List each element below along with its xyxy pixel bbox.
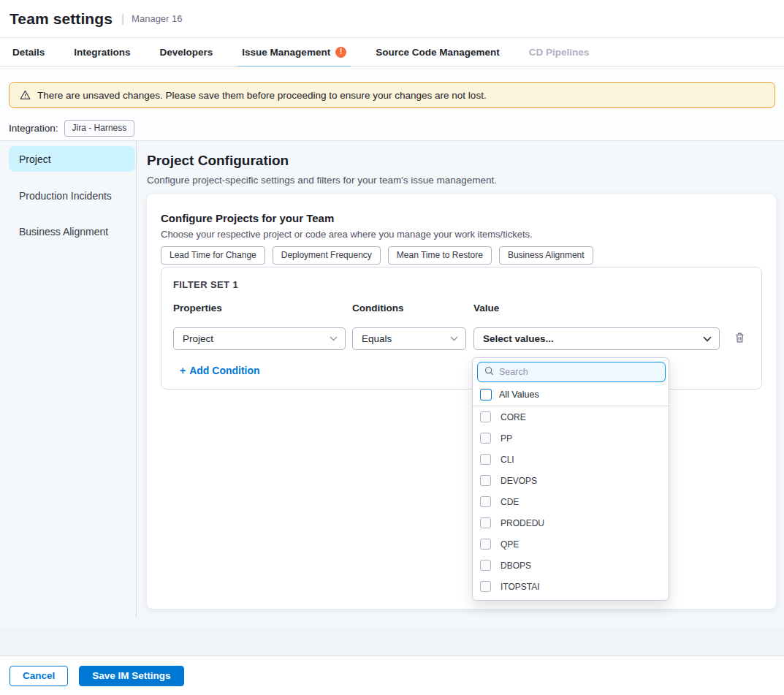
tab-developers[interactable]: Developers <box>160 38 213 67</box>
dropdown-option[interactable]: PRODEDU <box>473 512 669 533</box>
section-subtitle: Configure project-specific settings and … <box>147 175 497 186</box>
tab-issue-management[interactable]: Issue Management ! <box>242 38 346 67</box>
column-label-conditions: Conditions <box>352 303 404 314</box>
dropdown-option[interactable]: QPE <box>473 533 669 555</box>
condition-select[interactable]: Equals <box>352 327 466 350</box>
dropdown-option[interactable]: DBOPS <box>473 555 669 576</box>
settings-tab-bar: Details Integrations Developers Issue Ma… <box>0 38 784 67</box>
metric-chip[interactable]: Lead Time for Change <box>161 246 265 265</box>
property-select[interactable]: Project <box>173 327 346 350</box>
dropdown-option[interactable]: DEVOPS <box>473 470 669 491</box>
checkbox-all-values[interactable] <box>480 389 492 400</box>
option-label: QPE <box>501 539 519 550</box>
page-title: Team settings <box>9 10 113 28</box>
value-dropdown-panel: All Values CORE PP CLI <box>472 357 669 601</box>
alert-badge-icon: ! <box>335 47 346 58</box>
title-separator: | <box>121 12 124 26</box>
option-label: CDE <box>501 497 519 507</box>
metric-chip-list: Lead Time for Change Deployment Frequenc… <box>161 246 593 265</box>
option-checkbox[interactable] <box>480 496 491 507</box>
option-label: DEVOPS <box>501 476 537 486</box>
metric-chip[interactable]: Business Alignment <box>499 246 593 265</box>
dropdown-search-box[interactable] <box>477 362 666 382</box>
sidebar-item-business-alignment[interactable]: Business Alignment <box>9 219 135 244</box>
option-checkbox[interactable] <box>480 539 491 550</box>
metric-chip[interactable]: Mean Time to Restore <box>388 246 492 265</box>
dropdown-option-list: CORE PP CLI DEVOPS <box>473 406 669 601</box>
option-checkbox[interactable] <box>480 454 491 465</box>
footer-action-bar: Cancel Save IM Settings <box>0 656 784 695</box>
dropdown-option[interactable]: PIPE <box>473 597 669 601</box>
card-title: Configure Projects for your Team <box>161 212 334 224</box>
dropdown-search-input[interactable] <box>499 367 658 377</box>
warning-triangle-icon <box>20 90 31 100</box>
section-divider <box>0 140 784 141</box>
unsaved-changes-banner: There are unsaved changes. Please save t… <box>9 82 775 108</box>
select-all-label: All Values <box>499 390 539 400</box>
dropdown-option[interactable]: CLI <box>473 449 669 470</box>
option-checkbox[interactable] <box>480 411 491 422</box>
option-checkbox[interactable] <box>480 581 491 592</box>
option-checkbox[interactable] <box>480 475 491 486</box>
card-subtitle: Choose your respective project or code a… <box>161 229 533 240</box>
column-label-properties: Properties <box>173 303 222 314</box>
tab-integrations[interactable]: Integrations <box>74 38 130 67</box>
search-icon <box>484 365 494 379</box>
tab-cd-pipelines: CD Pipelines <box>529 38 590 67</box>
filter-set-panel: FILTER SET 1 Properties Conditions Value… <box>161 267 762 390</box>
project-configuration-card: Configure Projects for your Team Choose … <box>147 194 776 609</box>
dropdown-option[interactable]: PP <box>473 428 669 449</box>
integration-label: Integration: <box>9 123 58 134</box>
team-name-label: Manager 16 <box>132 13 182 24</box>
pre-footer-band <box>0 627 784 656</box>
page-header: Team settings | Manager 16 <box>0 0 784 38</box>
tab-source-code-management[interactable]: Source Code Management <box>376 38 500 67</box>
sidebar-item-project[interactable]: Project <box>9 146 135 172</box>
chevron-down-icon <box>450 336 458 341</box>
option-label: PP <box>501 433 512 444</box>
option-label: ITOPSTAI <box>501 582 540 592</box>
option-label: CORE <box>501 412 526 422</box>
option-checkbox[interactable] <box>480 517 491 528</box>
integration-row: Integration: Jira - Harness <box>9 119 134 137</box>
option-checkbox[interactable] <box>480 560 491 571</box>
chevron-down-icon <box>703 336 712 342</box>
sidebar-item-production-incidents[interactable]: Production Incidents <box>9 183 135 208</box>
plus-icon: + <box>180 365 186 376</box>
integration-chip[interactable]: Jira - Harness <box>64 120 135 137</box>
banner-text: There are unsaved changes. Please save t… <box>37 90 487 101</box>
team-settings-page: Team settings | Manager 16 Details Integ… <box>0 0 784 695</box>
value-multiselect[interactable]: Select values... <box>473 327 720 350</box>
delete-filter-button[interactable] <box>731 330 747 346</box>
dropdown-option[interactable]: CDE <box>473 491 669 512</box>
filter-set-title: FILTER SET 1 <box>173 279 238 290</box>
option-label: PRODEDU <box>501 518 544 528</box>
cancel-button[interactable]: Cancel <box>9 666 68 686</box>
tab-details[interactable]: Details <box>12 38 45 67</box>
metric-chip[interactable]: Deployment Frequency <box>273 246 381 265</box>
section-title: Project Configuration <box>147 153 289 169</box>
save-im-settings-button[interactable]: Save IM Settings <box>79 666 183 686</box>
column-label-value: Value <box>473 303 499 314</box>
dropdown-option[interactable]: ITOPSTAI <box>473 576 669 597</box>
option-label: DBOPS <box>501 561 531 571</box>
trash-icon <box>734 332 745 346</box>
select-all-option[interactable]: All Values <box>473 386 669 403</box>
sidebar-divider <box>136 141 137 618</box>
chevron-down-icon <box>330 336 338 341</box>
option-label: CLI <box>501 455 514 465</box>
option-checkbox[interactable] <box>480 433 491 444</box>
dropdown-option[interactable]: CORE <box>473 406 669 428</box>
add-condition-button[interactable]: + Add Condition <box>180 365 260 376</box>
